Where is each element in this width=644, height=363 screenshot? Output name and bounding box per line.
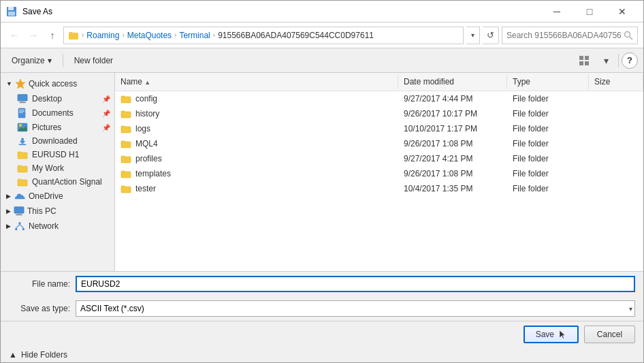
sidebar-item-pictures[interactable]: Pictures 📌 xyxy=(1,121,114,134)
breadcrumb-current: 915566BA06ADA407569C544CC0D97611 xyxy=(218,31,374,40)
organize-chevron-icon: ▾ xyxy=(48,56,52,65)
col-type-label: Type xyxy=(513,77,530,86)
svg-rect-22 xyxy=(17,213,21,215)
pictures-icon xyxy=(17,123,28,132)
col-size-label: Size xyxy=(594,77,610,86)
breadcrumb-terminal[interactable]: Terminal xyxy=(179,31,210,40)
forward-button[interactable]: → xyxy=(25,27,42,44)
window-title: Save As xyxy=(22,7,52,16)
folder-row-icon xyxy=(120,154,131,163)
back-button[interactable]: ← xyxy=(6,27,22,44)
sidebar-network-header[interactable]: ▶ Network xyxy=(1,219,114,234)
file-rows-container: config 9/27/2017 4:44 PM File folder his… xyxy=(115,91,643,196)
svg-line-28 xyxy=(20,224,23,227)
toolbar: Organize ▾ New folder ▾ ? xyxy=(1,48,643,73)
filetype-select[interactable]: ASCII Text (*.csv) CSV (*.csv) Text (*.t… xyxy=(76,300,635,317)
table-row[interactable]: templates 9/26/2017 1:08 PM File folder xyxy=(115,166,643,181)
file-size xyxy=(589,187,643,191)
onedrive-label: OneDrive xyxy=(29,191,63,201)
col-header-size[interactable]: Size xyxy=(589,74,643,89)
new-folder-button[interactable]: New folder xyxy=(69,53,118,68)
col-header-name[interactable]: Name ▲ xyxy=(115,74,398,89)
cancel-button[interactable]: Cancel xyxy=(584,326,635,343)
table-row[interactable]: profiles 9/27/2017 4:21 PM File folder xyxy=(115,151,643,166)
file-size xyxy=(589,157,643,161)
minimize-button[interactable]: ─ xyxy=(541,1,573,22)
refresh-button[interactable]: ↺ xyxy=(483,27,499,44)
svg-point-26 xyxy=(22,228,25,231)
file-name: logs xyxy=(135,124,150,133)
svg-rect-20 xyxy=(19,144,27,145)
col-date-label: Date modified xyxy=(404,77,454,86)
folder-row-icon xyxy=(120,184,131,193)
toolbar-separator xyxy=(63,54,63,67)
breadcrumb-bar[interactable]: › Roaming › MetaQuotes › Terminal › 9155… xyxy=(63,27,464,44)
save-as-dialog: Save As ─ □ ✕ ← → ↑ › Roaming › MetaQuot… xyxy=(0,0,644,363)
sidebar-item-eurusd[interactable]: EURUSD H1 xyxy=(1,148,114,161)
title-bar-controls: ─ □ ✕ xyxy=(541,1,638,22)
file-date: 9/26/2017 1:08 PM xyxy=(398,167,507,180)
folder-row-icon xyxy=(120,139,131,148)
maximize-button[interactable]: □ xyxy=(574,1,605,22)
hide-folders-row[interactable]: ▲ Hide Folders xyxy=(1,347,643,362)
help-button[interactable]: ? xyxy=(622,52,638,69)
sidebar-item-mywork[interactable]: My Work xyxy=(1,161,114,175)
sidebar-onedrive-header[interactable]: ▶ OneDrive xyxy=(1,189,114,204)
svg-point-24 xyxy=(18,222,21,225)
address-bar: ← → ↑ › Roaming › MetaQuotes › Terminal … xyxy=(1,22,643,48)
save-button[interactable]: Save xyxy=(524,326,579,343)
table-row[interactable]: history 9/26/2017 10:17 PM File folder xyxy=(115,106,643,121)
svg-point-25 xyxy=(15,228,18,231)
filename-input[interactable] xyxy=(76,276,635,292)
sidebar-item-quantaction[interactable]: QuantAction Signal xyxy=(1,175,114,189)
buttons-row: Save Cancel xyxy=(1,321,643,347)
hide-folders-label: Hide Folders xyxy=(21,350,67,360)
quick-access-collapse-icon: ▼ xyxy=(6,80,12,87)
table-row[interactable]: tester 10/4/2017 1:35 PM File folder xyxy=(115,181,643,196)
up-button[interactable]: ↑ xyxy=(44,27,61,44)
sidebar-item-desktop[interactable]: Desktop 📌 xyxy=(1,92,114,106)
col-header-type[interactable]: Type xyxy=(507,74,589,89)
breadcrumb-folder-icon xyxy=(68,31,79,40)
col-name-label: Name xyxy=(120,77,142,86)
close-button[interactable]: ✕ xyxy=(607,1,638,22)
pin-icon-documents: 📌 xyxy=(102,110,110,117)
svg-rect-10 xyxy=(18,95,27,101)
table-row[interactable]: MQL4 9/26/2017 1:08 PM File folder xyxy=(115,136,643,151)
file-name: config xyxy=(135,94,157,104)
folder-row-icon xyxy=(120,169,131,178)
organize-button[interactable]: Organize ▾ xyxy=(6,53,57,68)
file-size xyxy=(589,127,643,131)
file-type: File folder xyxy=(507,137,589,151)
downloaded-icon xyxy=(17,136,28,146)
cancel-label: Cancel xyxy=(597,330,622,339)
sidebar-thispc-header[interactable]: ▶ This PC xyxy=(1,204,114,219)
col-header-date[interactable]: Date modified xyxy=(398,74,507,89)
svg-line-4 xyxy=(630,37,632,40)
sidebar-item-documents[interactable]: Documents 📌 xyxy=(1,106,114,121)
file-name: MQL4 xyxy=(135,139,158,148)
sidebar-quick-access-header[interactable]: ▼ Quick access xyxy=(1,76,114,92)
search-box xyxy=(502,27,638,44)
filetype-select-wrapper: ASCII Text (*.csv) CSV (*.csv) Text (*.t… xyxy=(76,300,635,317)
file-date: 9/26/2017 1:08 PM xyxy=(398,137,507,151)
address-dropdown-button[interactable]: ▾ xyxy=(466,27,480,44)
svg-rect-14 xyxy=(19,110,25,110)
toolbar-sep2 xyxy=(618,54,619,67)
table-row[interactable]: logs 10/10/2017 1:17 PM File folder xyxy=(115,121,643,136)
breadcrumb-metaquotes[interactable]: MetaQuotes xyxy=(127,31,172,40)
view-toggle-button[interactable] xyxy=(575,52,594,69)
breadcrumb-roaming[interactable]: Roaming xyxy=(86,31,119,40)
thispc-expand-icon: ▶ xyxy=(6,208,11,215)
file-type: File folder xyxy=(507,92,589,106)
table-row[interactable]: config 9/27/2017 4:44 PM File folder xyxy=(115,91,643,106)
sidebar-item-downloaded[interactable]: Downloaded xyxy=(1,134,114,148)
folder-quantaction-icon xyxy=(17,177,28,187)
view-dropdown-button[interactable]: ▾ xyxy=(596,52,615,69)
search-input[interactable] xyxy=(506,31,621,40)
sort-arrow-name: ▲ xyxy=(144,79,150,86)
svg-rect-7 xyxy=(579,61,583,65)
quick-access-label: Quick access xyxy=(29,79,77,89)
folder-mywork-icon xyxy=(17,163,28,173)
sidebar-downloaded-label: Downloaded xyxy=(32,136,78,146)
